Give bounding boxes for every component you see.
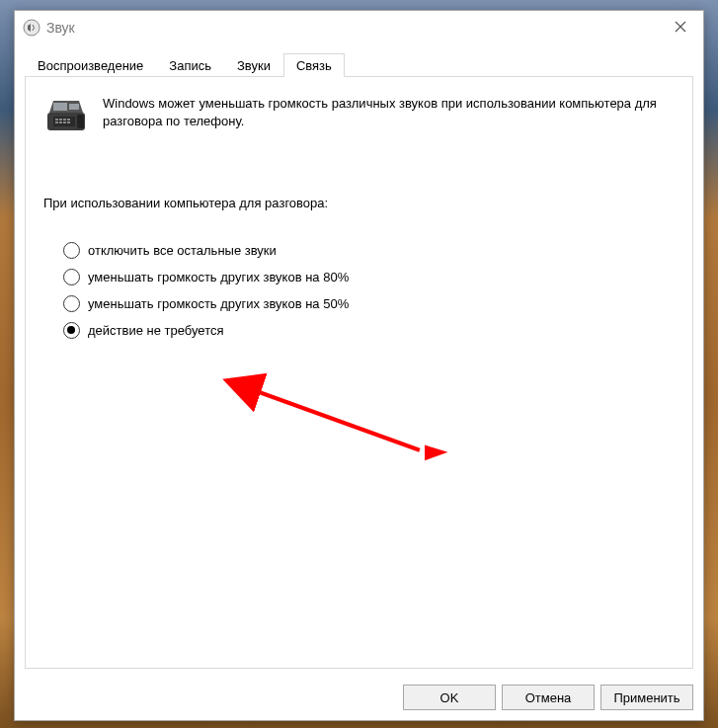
close-button[interactable]: [658, 11, 703, 42]
tabs: Воспроизведение Запись Звуки Связь: [25, 52, 693, 76]
radio-icon: [63, 322, 80, 339]
info-text: Windows может уменьшать громкость различ…: [103, 95, 675, 130]
radio-icon: [63, 269, 80, 285]
cancel-button[interactable]: Отмена: [502, 685, 595, 710]
tab-playback[interactable]: Воспроизведение: [25, 53, 156, 77]
option-label: уменьшать громкость других звуков на 80%: [88, 270, 349, 284]
svg-point-0: [24, 20, 40, 36]
option-label: уменьшать громкость других звуков на 50%: [88, 296, 349, 311]
option-reduce-80[interactable]: уменьшать громкость других звуков на 80%: [63, 269, 675, 285]
info-block: Windows может уменьшать громкость различ…: [43, 95, 675, 136]
svg-rect-8: [63, 119, 66, 121]
option-label: действие не требуется: [88, 323, 224, 338]
ok-button[interactable]: OK: [403, 685, 496, 710]
svg-rect-10: [55, 121, 58, 123]
svg-rect-3: [53, 103, 67, 111]
radio-icon: [63, 295, 80, 312]
sound-icon: [23, 19, 40, 37]
tab-recording[interactable]: Запись: [156, 53, 224, 77]
option-do-nothing[interactable]: действие не требуется: [63, 322, 675, 339]
tab-sounds[interactable]: Звуки: [224, 53, 283, 77]
panel: Windows может уменьшать громкость различ…: [25, 76, 693, 669]
svg-rect-13: [67, 121, 70, 123]
svg-rect-7: [59, 119, 62, 121]
annotation-arrow: [26, 77, 692, 668]
option-reduce-50[interactable]: уменьшать громкость других звуков на 50%: [63, 295, 675, 312]
tab-communications[interactable]: Связь: [283, 53, 345, 77]
radio-icon: [63, 242, 80, 259]
svg-rect-6: [55, 119, 58, 121]
option-label: отключить все остальные звуки: [88, 243, 277, 258]
question-label: При использовании компьютера для разгово…: [43, 196, 675, 210]
phone-icon: [43, 95, 89, 136]
svg-rect-12: [63, 121, 66, 123]
sound-dialog: Звук Воспроизведение Запись Звуки Связь: [14, 10, 704, 721]
svg-marker-17: [425, 445, 448, 460]
svg-rect-4: [69, 104, 79, 110]
svg-rect-11: [59, 121, 62, 123]
svg-line-16: [253, 390, 420, 450]
option-mute-all[interactable]: отключить все остальные звуки: [63, 242, 675, 259]
svg-rect-9: [67, 119, 70, 121]
radio-group: отключить все остальные звуки уменьшать …: [63, 242, 675, 339]
apply-button[interactable]: Применить: [600, 685, 693, 710]
dialog-buttons: OK Отмена Применить: [15, 677, 703, 720]
svg-rect-14: [77, 115, 84, 128]
titlebar: Звук: [15, 11, 703, 44]
window-title: Звук: [46, 20, 75, 36]
